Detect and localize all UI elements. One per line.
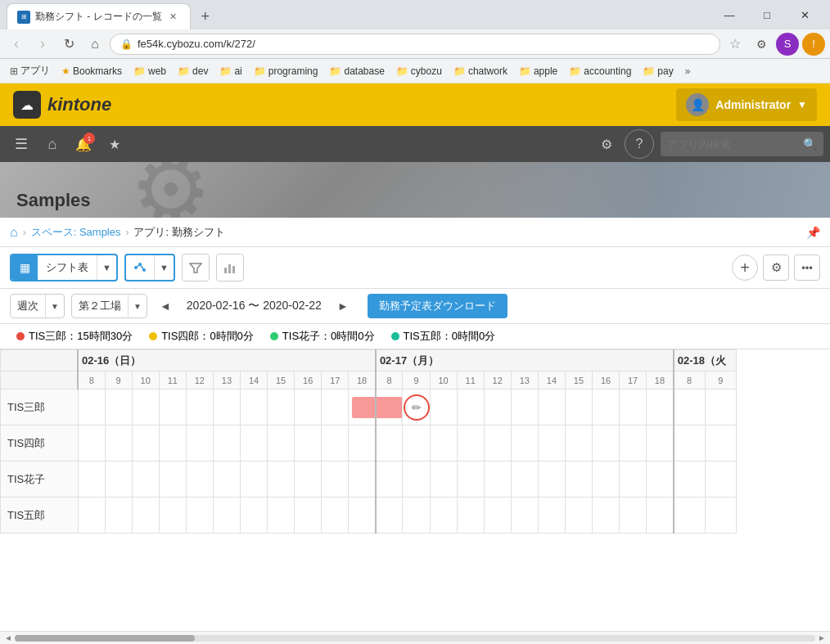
add-record-button[interactable]: + [732,254,758,281]
tab-close-icon[interactable]: ✕ [167,11,180,24]
period-label: 週次 [11,299,45,313]
view-selector[interactable]: ▦ シフト表 ▼ [10,254,118,281]
extensions-btn[interactable]: ⚙ [750,33,773,56]
search-input[interactable] [667,138,798,151]
bm-pay[interactable]: 📁 pay [638,64,678,79]
scrollbar-left-arrow[interactable]: ◄ [2,632,15,645]
breadcrumb-sep2: › [125,227,129,238]
home-button[interactable]: ⌂ [83,33,106,56]
nav-help-button[interactable]: ? [625,129,654,159]
extension-btn[interactable]: ! [802,33,825,56]
close-button[interactable]: ✕ [786,0,823,29]
menu-button[interactable]: ☰ [7,129,36,159]
minimize-button[interactable]: — [710,0,748,29]
bm-web[interactable]: 📁 web [129,64,171,79]
more-bookmarks[interactable]: » [680,64,696,79]
prev-period-button[interactable]: ◄ [154,295,177,317]
employee-name-1: TIS四郎 [1,426,79,462]
search-icon[interactable]: 🔍 [803,137,817,151]
view-selector-label: シフト表 [38,260,97,275]
nav-gear-button[interactable]: ⚙ [592,129,621,159]
folder-icon-apple: 📁 [519,65,531,77]
chart-button[interactable] [216,254,244,281]
folder-icon-accounting: 📁 [569,65,581,77]
bm-ai[interactable]: 📁 ai [214,64,246,79]
user-profile-btn[interactable]: S [776,33,799,56]
graph-button[interactable]: ▼ [124,254,175,281]
stat-label-1: TIS四郎：0時間0分 [161,329,254,344]
bm-accounting[interactable]: 📁 accounting [564,64,636,79]
banner-gear-decoration: ⚙ [123,162,221,218]
svg-marker-5 [190,263,201,272]
svg-rect-6 [224,268,227,273]
active-tab[interactable]: ⊞ 勤務シフト - レコードの一覧 ✕ [7,3,191,29]
table-row: TIS三郎 [1,390,737,426]
bm-cybozu[interactable]: 📁 cybozu [391,64,447,79]
tab-title: 勤務シフト - レコードの一覧 [35,10,162,24]
user-name: Administrator [715,98,791,111]
shift-cell-edit[interactable]: ✏ [403,390,430,426]
apps-bookmark[interactable]: ⊞ アプリ [5,62,55,79]
edit-icon-circle[interactable]: ✏ [404,394,430,421]
bm-apple[interactable]: 📁 apple [514,64,562,79]
search-box: 🔍 [661,132,823,156]
date-header-0: 02-16（日） [82,354,141,367]
bm-dev[interactable]: 📁 dev [173,64,213,79]
maximize-button[interactable]: □ [748,0,786,29]
back-button[interactable]: ‹ [5,33,28,56]
factory-selector[interactable]: 第２工場 ▼ [71,294,147,318]
home-nav-button[interactable]: ⌂ [38,129,67,159]
notification-button[interactable]: 🔔 1 [69,129,98,159]
user-section[interactable]: 👤 Administrator ▼ [676,88,817,121]
period-chevron-icon[interactable]: ▼ [45,295,64,317]
bm-database[interactable]: 📁 database [324,64,389,79]
favorites-button[interactable]: ★ [100,129,129,159]
bookmark-star-btn[interactable]: ☆ [724,33,747,56]
reload-button[interactable]: ↻ [57,33,80,56]
view-selector-icon: ▦ [11,255,38,280]
url-bar[interactable]: 🔒 fe54k.cybozu.com/k/272/ [110,34,720,55]
svg-line-3 [136,264,140,268]
lock-icon: 🔒 [120,38,133,50]
hour-header-row: 8 9 10 11 12 13 14 15 16 17 18 8 9 [1,372,737,390]
stat-dot-2 [270,332,278,340]
bm-programing[interactable]: 📁 programing [249,64,323,79]
breadcrumb-pin-icon[interactable]: 📌 [806,226,820,239]
stat-item-3: TIS五郎：0時間0分 [391,329,496,344]
app-settings-button[interactable]: ⚙ [763,254,789,281]
folder-icon-ai: 📁 [219,65,232,77]
breadcrumb-sep1: › [23,227,26,238]
kintone-logo[interactable]: ☁ kintone [13,91,111,119]
period-selector[interactable]: 週次 ▼ [10,294,65,318]
new-tab-button[interactable]: + [194,5,217,28]
graph-chevron-icon[interactable]: ▼ [154,255,174,280]
horizontal-scrollbar[interactable]: ◄ ► [0,631,830,644]
forward-button[interactable]: › [31,33,54,56]
scrollbar-thumb[interactable] [15,635,195,642]
scrollbar-right-arrow[interactable]: ► [815,632,828,645]
view-selector-chevron-icon[interactable]: ▼ [97,255,116,280]
more-options-button[interactable]: ••• [794,254,820,281]
next-period-button[interactable]: ► [332,295,354,317]
user-chevron-icon: ▼ [797,99,807,110]
banner-title: Samples [16,190,91,211]
bm-chatwork[interactable]: 📁 chatwork [449,64,512,79]
user-avatar: 👤 [686,93,709,116]
breadcrumb-space[interactable]: スペース: Samples [31,225,121,240]
graph-icon [126,255,154,280]
stat-item-2: TIS花子：0時間0分 [270,329,375,344]
breadcrumb-home[interactable]: ⌂ [10,225,18,240]
stat-label-0: TIS三郎：15時間30分 [29,329,133,344]
star-icon: ★ [61,65,70,77]
url-text: fe54k.cybozu.com/k/272/ [138,38,255,50]
date-header-1: 02-17（月） [380,354,439,367]
tab-icon: ⊞ [17,11,30,24]
factory-chevron-icon[interactable]: ▼ [128,295,147,317]
filter-button[interactable] [182,254,210,281]
date-header-row: 02-16（日） 02-17（月） 02-18（火 [1,350,737,372]
date-range-label: 2020-02-16 〜 2020-02-22 [183,299,325,313]
download-button[interactable]: 勤務予定表ダウンロード [368,294,507,318]
bookmarks-folder[interactable]: ★ Bookmarks [56,64,127,79]
employee-name-0: TIS三郎 [1,390,79,426]
employee-name-3: TIS五郎 [1,498,79,534]
